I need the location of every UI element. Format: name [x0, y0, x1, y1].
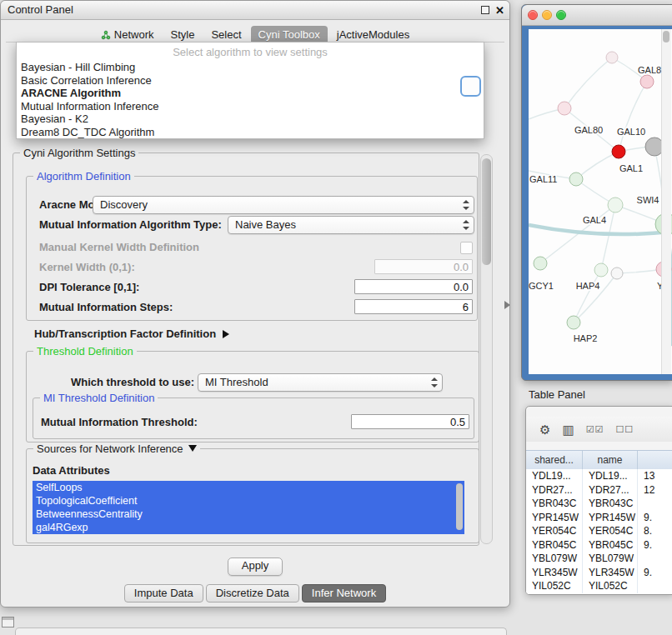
network-node[interactable] [567, 316, 580, 329]
network-scrollbar[interactable] [661, 29, 671, 374]
network-edge[interactable] [619, 82, 647, 152]
mi-steps-field[interactable] [354, 299, 473, 314]
close-icon[interactable]: ✕ [495, 5, 504, 16]
control-panel-titlebar[interactable]: Control Panel ✕ [1, 1, 509, 20]
table-cell: YDR27... [583, 483, 638, 498]
network-node[interactable] [569, 172, 583, 186]
network-node[interactable] [558, 102, 571, 115]
manual-kernel-checkbox[interactable] [460, 242, 473, 254]
gear-icon[interactable]: ⚙ [539, 423, 550, 436]
algorithm-option-aracne-algorithm[interactable]: ARACNE Algorithm [17, 87, 484, 100]
kernel-width-field[interactable] [374, 259, 473, 274]
network-window-titlebar[interactable] [522, 5, 672, 26]
table-row[interactable]: YIL052CYIL052C [526, 579, 672, 593]
attribute-item-selfloops[interactable]: SelfLoops [33, 481, 464, 494]
float-panel-icon[interactable] [481, 6, 489, 14]
attribute-item-topologicalcoefficient[interactable]: TopologicalCoefficient [33, 494, 464, 508]
table-row[interactable]: YLR345WYLR345W9. [526, 566, 672, 580]
data-attributes-list[interactable]: SelfLoopsTopologicalCoefficientBetweenne… [33, 481, 464, 534]
table-cell: 8. [638, 524, 672, 538]
table-row[interactable]: YPR145WYPR145W9. [526, 511, 672, 525]
settings-scrollbar-thumb[interactable] [482, 158, 491, 265]
attribute-item-betweennesscentrality[interactable]: BetweennessCentrality [33, 508, 464, 521]
algorithm-option-dream8-dc-tdc-algorithm[interactable]: Dream8 DC_TDC Algorithm [17, 126, 484, 139]
table-cell [638, 579, 672, 593]
settings-scrollbar[interactable] [480, 154, 493, 544]
hub-definition-toggle[interactable]: Hub/Transcription Factor Definition [34, 328, 229, 340]
mi-type-combo[interactable]: Naive Bayes [228, 216, 474, 234]
table-cell: YPR145W [583, 511, 638, 525]
network-node[interactable] [640, 75, 654, 88]
network-node[interactable] [612, 145, 625, 158]
mi-threshold-field[interactable] [351, 414, 469, 429]
table-cell [638, 497, 672, 511]
algorithm-definition-legend: Algorithm Definition [33, 170, 134, 182]
network-scrollbar-thumb[interactable] [663, 31, 669, 42]
minimize-traffic-light[interactable] [542, 10, 552, 20]
table-row[interactable]: YBR043CYBR043C [526, 497, 672, 511]
algorithm-option-mutual-information-inference[interactable]: Mutual Information Inference [17, 100, 484, 113]
columns-icon[interactable]: ▥ [562, 423, 574, 436]
bottom-tabs: Impute DataDiscretize DataInfer Network [1, 584, 509, 602]
table-row[interactable]: YDL19...YDL19...13 [526, 469, 672, 483]
network-edge[interactable] [529, 225, 672, 234]
select-all-icon[interactable]: ☑☑ [586, 425, 604, 434]
table-cell: YER054C [526, 524, 583, 538]
algorithm-option-bayesian-hill-climbing[interactable]: Bayesian - Hill Climbing [17, 61, 484, 74]
bottom-tab-infer-network[interactable]: Infer Network [302, 584, 386, 602]
network-icon [101, 30, 111, 40]
kernel-width-label: Kernel Width (0,1): [39, 261, 135, 273]
table-cell: YDR27... [526, 483, 583, 498]
mi-threshold-legend: MI Threshold Definition [40, 392, 158, 404]
apply-button[interactable]: Apply [228, 558, 283, 576]
algorithm-option-bayesian-k2[interactable]: Bayesian - K2 [17, 112, 484, 126]
minimized-panel-icon[interactable] [2, 617, 14, 628]
attribute-list-scrollbar-thumb[interactable] [456, 483, 463, 530]
network-canvas[interactable]: GAL8GAL80GAL10GAL11GAL1SWI4GAL4GCY1HAP4Y… [529, 29, 672, 374]
table-cell: YBR043C [526, 497, 583, 511]
algorithm-dropdown-popup: Select algorithm to view settings Bayesi… [16, 42, 484, 139]
tab-label: jActiveModules [337, 28, 409, 41]
column-header-name[interactable]: name [583, 451, 638, 470]
network-node[interactable] [608, 198, 623, 212]
control-panel-window: Control Panel ✕ NetworkStyleSelectCyni T… [0, 0, 510, 608]
manual-kernel-label: Manual Kernel Width Definition [39, 241, 199, 253]
threshold-definition-legend: Threshold Definition [33, 345, 137, 358]
algorithm-list: Bayesian - Hill ClimbingBasic Correlatio… [17, 61, 484, 138]
table-cell: 9. [638, 511, 672, 525]
aracne-mode-combo[interactable]: Discovery [93, 196, 474, 214]
bottom-tab-discretize-data[interactable]: Discretize Data [206, 584, 299, 602]
column-header-2[interactable] [638, 451, 672, 470]
network-edge[interactable] [576, 152, 619, 179]
network-edge[interactable] [564, 58, 612, 108]
close-traffic-light[interactable] [528, 10, 538, 20]
network-node[interactable] [594, 263, 608, 277]
table-cell: YBL079W [583, 552, 638, 566]
table-cell: YER054C [583, 524, 638, 538]
which-threshold-combo[interactable]: MI Threshold [198, 373, 443, 392]
table-row[interactable]: YBL079WYBL079W [526, 552, 672, 566]
network-graph[interactable]: GAL8GAL80GAL10GAL11GAL1SWI4GAL4GCY1HAP4Y… [529, 29, 672, 374]
bottom-tab-impute-data[interactable]: Impute Data [124, 584, 203, 602]
network-node[interactable] [606, 52, 618, 63]
attribute-item-gal4rgexp[interactable]: gal4RGexp [33, 521, 464, 534]
network-node[interactable] [534, 257, 547, 270]
combo-arrows-icon [430, 374, 439, 391]
sources-legend[interactable]: Sources for Network Inference [33, 442, 200, 455]
table-row[interactable]: YDR27...YDR27...12 [526, 483, 672, 498]
dpi-tolerance-field[interactable] [354, 279, 473, 294]
table-toolbar: ⚙ ▥ ☑☑ ☐☐ [526, 417, 672, 442]
column-header-shared[interactable]: shared... [526, 451, 583, 470]
network-node-label: GAL8 [638, 65, 661, 75]
deselect-all-icon[interactable]: ☐☐ [615, 425, 634, 434]
panel-collapse-handle[interactable] [504, 301, 510, 309]
network-edge[interactable] [574, 270, 601, 322]
control-panel-title: Control Panel [1, 3, 73, 16]
zoom-traffic-light[interactable] [556, 10, 566, 20]
network-node[interactable] [611, 268, 623, 279]
dpi-tolerance-label: DPI Tolerance [0,1]: [39, 281, 139, 293]
network-node-label: GAL4 [583, 215, 606, 225]
table-row[interactable]: YER054CYER054C8. [526, 524, 672, 538]
table-row[interactable]: YBR045CYBR045C9. [526, 538, 672, 552]
algorithm-option-basic-correlation-inference[interactable]: Basic Correlation Inference [17, 74, 484, 88]
